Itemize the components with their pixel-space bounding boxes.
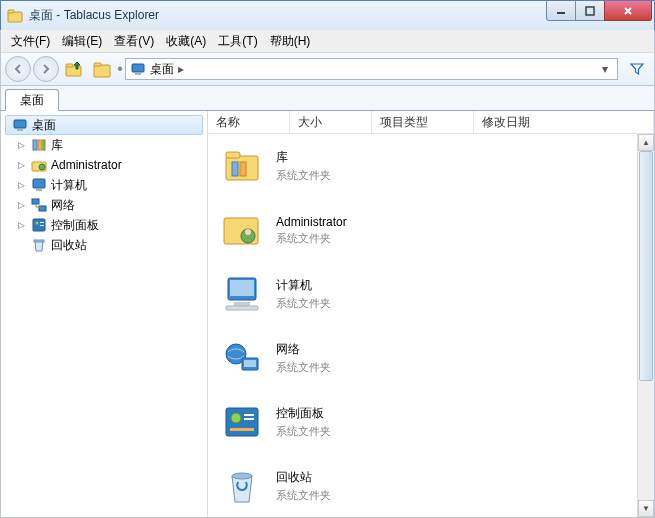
minimize-button[interactable] — [546, 1, 576, 21]
computer-icon — [31, 177, 47, 193]
item-name: Administrator — [276, 215, 347, 229]
list-item-control-panel[interactable]: 控制面板系统文件夹 — [208, 390, 654, 454]
menu-bar: 文件(F) 编辑(E) 查看(V) 收藏(A) 工具(T) 帮助(H) — [0, 30, 655, 52]
svg-rect-43 — [244, 418, 254, 420]
tab-desktop[interactable]: 桌面 — [5, 89, 59, 111]
svg-rect-6 — [94, 65, 110, 77]
tree-item-control-panel[interactable]: ▷ 控制面板 — [1, 215, 207, 235]
list-view: 名称 大小 项目类型 修改日期 库系统文件夹 Administrator系统文件… — [208, 111, 654, 517]
menu-help[interactable]: 帮助(H) — [264, 31, 317, 52]
svg-rect-8 — [132, 64, 144, 72]
svg-rect-3 — [586, 7, 594, 15]
list-item-computer[interactable]: 计算机系统文件夹 — [208, 262, 654, 326]
tree-item-label: Administrator — [51, 158, 122, 172]
user-folder-icon — [31, 157, 47, 173]
item-name: 网络 — [276, 341, 331, 358]
menu-tools[interactable]: 工具(T) — [212, 31, 263, 52]
menu-view[interactable]: 查看(V) — [108, 31, 160, 52]
svg-point-45 — [232, 473, 252, 479]
item-list: 库系统文件夹 Administrator系统文件夹 计算机系统文件夹 网络系统文… — [208, 134, 654, 517]
item-name: 计算机 — [276, 277, 331, 294]
item-sub: 系统文件夹 — [276, 296, 331, 311]
svg-rect-23 — [40, 222, 44, 223]
col-size[interactable]: 大小 — [290, 111, 372, 133]
svg-rect-44 — [230, 428, 254, 431]
address-bar[interactable]: 桌面 ▸ ▾ — [125, 58, 618, 80]
expand-icon[interactable]: ▷ — [15, 139, 27, 151]
toolbar-separator: • — [117, 60, 123, 78]
item-sub: 系统文件夹 — [276, 424, 331, 439]
recycle-bin-icon — [31, 237, 47, 253]
spacer — [15, 239, 27, 251]
scroll-down-button[interactable]: ▼ — [638, 500, 654, 517]
svg-rect-9 — [135, 73, 141, 75]
filter-button[interactable] — [624, 56, 650, 82]
tree-item-network[interactable]: ▷ 网络 — [1, 195, 207, 215]
tree-item-administrator[interactable]: ▷ Administrator — [1, 155, 207, 175]
svg-rect-7 — [94, 63, 101, 66]
menu-edit[interactable]: 编辑(E) — [56, 31, 108, 52]
svg-rect-11 — [17, 129, 23, 131]
scroll-up-button[interactable]: ▲ — [638, 134, 654, 151]
svg-rect-24 — [40, 225, 44, 226]
breadcrumb-label[interactable]: 桌面 — [150, 61, 174, 78]
menu-file[interactable]: 文件(F) — [5, 31, 56, 52]
window-controls — [547, 1, 652, 21]
list-item-recycle-bin[interactable]: 回收站系统文件夹 — [208, 454, 654, 517]
tree-item-libraries[interactable]: ▷ 库 — [1, 135, 207, 155]
tree-root-label: 桌面 — [32, 117, 56, 134]
svg-rect-29 — [240, 162, 246, 176]
svg-rect-34 — [230, 280, 254, 296]
scroll-thumb[interactable] — [639, 151, 653, 381]
item-sub: 系统文件夹 — [276, 168, 331, 183]
tree-item-computer[interactable]: ▷ 计算机 — [1, 175, 207, 195]
svg-rect-13 — [38, 140, 42, 150]
list-item-libraries[interactable]: 库系统文件夹 — [208, 134, 654, 198]
control-panel-icon — [218, 398, 266, 446]
expand-icon[interactable]: ▷ — [15, 199, 27, 211]
menu-fav[interactable]: 收藏(A) — [160, 31, 212, 52]
col-date[interactable]: 修改日期 — [474, 111, 654, 133]
expand-icon[interactable]: ▷ — [15, 179, 27, 191]
vertical-scrollbar[interactable]: ▲ ▼ — [637, 134, 654, 517]
libraries-icon — [218, 142, 266, 190]
forward-button[interactable] — [33, 56, 59, 82]
desktop-icon — [130, 61, 146, 77]
svg-rect-12 — [33, 140, 37, 150]
col-name[interactable]: 名称 — [208, 111, 290, 133]
chevron-right-icon[interactable]: ▸ — [174, 62, 188, 76]
tab-strip: 桌面 — [0, 86, 655, 110]
recycle-bin-icon — [218, 462, 266, 510]
computer-icon — [218, 270, 266, 318]
title-bar: 桌面 - Tablacus Explorer — [0, 0, 655, 30]
expand-icon[interactable]: ▷ — [15, 219, 27, 231]
expand-icon[interactable]: ▷ — [15, 159, 27, 171]
svg-rect-40 — [226, 408, 258, 436]
desktop-icon — [12, 117, 28, 133]
tree-item-recycle-bin[interactable]: 回收站 — [1, 235, 207, 255]
nav-toolbar: • 桌面 ▸ ▾ — [0, 52, 655, 86]
item-sub: 系统文件夹 — [276, 360, 331, 375]
back-button[interactable] — [5, 56, 31, 82]
item-sub: 系统文件夹 — [276, 488, 331, 503]
item-name: 回收站 — [276, 469, 331, 486]
svg-rect-42 — [244, 414, 254, 416]
address-dropdown-icon[interactable]: ▾ — [597, 62, 613, 76]
col-type[interactable]: 项目类型 — [372, 111, 474, 133]
window-title: 桌面 - Tablacus Explorer — [29, 7, 159, 24]
svg-rect-18 — [36, 189, 42, 191]
tree-item-label: 计算机 — [51, 177, 87, 194]
list-item-network[interactable]: 网络系统文件夹 — [208, 326, 654, 390]
maximize-button[interactable] — [575, 1, 605, 21]
content-area: 桌面 ▷ 库 ▷ Administrator ▷ 计算机 ▷ 网络 ▷ 控制面板 — [0, 110, 655, 518]
tree-root-desktop[interactable]: 桌面 — [5, 115, 203, 135]
list-item-administrator[interactable]: Administrator系统文件夹 — [208, 198, 654, 262]
up-one-level-button[interactable] — [61, 56, 87, 82]
open-folder-button[interactable] — [89, 56, 115, 82]
close-button[interactable] — [604, 1, 652, 21]
svg-point-41 — [231, 413, 241, 423]
item-name: 控制面板 — [276, 405, 331, 422]
svg-rect-27 — [226, 152, 240, 158]
tree-item-label: 回收站 — [51, 237, 87, 254]
svg-rect-25 — [34, 240, 44, 242]
